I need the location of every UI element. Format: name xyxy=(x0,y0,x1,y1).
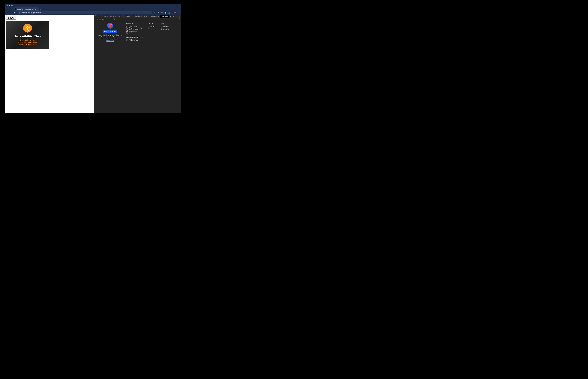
checkbox-icon[interactable] xyxy=(126,32,128,33)
checkbox-icon[interactable] xyxy=(126,27,128,29)
url-text: cdpn.io/pen/debug/mdXNMzQ xyxy=(21,12,41,14)
panel-icon[interactable]: ▣ xyxy=(165,12,167,14)
radio-icon[interactable] xyxy=(161,29,162,30)
mode-navigation[interactable]: Navigation xyxy=(161,25,170,27)
radio-icon[interactable] xyxy=(161,26,162,27)
forward-button[interactable]: → xyxy=(10,12,13,14)
category-seo[interactable]: SEO xyxy=(126,32,144,33)
option-label: Timespan xyxy=(163,27,169,29)
new-tab-button[interactable]: + xyxy=(39,8,42,11)
dropdown-icon[interactable]: ▼ xyxy=(110,19,111,20)
tab-elements[interactable]: Elements xyxy=(101,15,109,18)
option-label: Accessibility xyxy=(129,30,137,32)
toolbar-right: ⊕ ⇧ ☆ ▣ 👤 Error xyxy=(154,12,180,14)
checkbox-icon[interactable] xyxy=(126,29,128,30)
tab-lighthouse[interactable]: Lighthouse xyxy=(160,15,169,18)
chevron-down-icon[interactable]: ⌄ xyxy=(178,4,180,6)
devtools-panel: Elements Console Sources Network Perform… xyxy=(94,15,181,113)
checkbox-icon[interactable] xyxy=(126,26,128,27)
add-report-icon[interactable]: + xyxy=(95,18,96,20)
device-desktop[interactable]: Desktop xyxy=(148,27,156,29)
radio-icon[interactable] xyxy=(148,26,150,27)
category-accessibility[interactable]: Accessibility xyxy=(126,30,144,32)
bookmark-icon[interactable]: ☆ xyxy=(161,12,163,14)
browser-tab[interactable]: ⧉ CodePen - lighthouse demo × xyxy=(14,7,39,11)
card-title: Accessibility Club xyxy=(15,34,41,38)
option-label: Progressive Web App xyxy=(129,27,143,29)
clear-icon[interactable]: ⊘ xyxy=(113,18,115,20)
tab-bar: ⧉ CodePen - lighthouse demo × + xyxy=(5,7,181,11)
option-label: Best practices xyxy=(129,29,138,30)
device-column: Device MobileDesktop xyxy=(148,23,156,41)
plugin-publisher-ads[interactable]: Publisher Ads xyxy=(126,39,144,41)
option-label: Snapshot xyxy=(163,29,169,30)
mode-timespan[interactable]: Timespan xyxy=(161,27,170,29)
lock-icon: 🔒 xyxy=(19,12,21,14)
option-label: Mobile xyxy=(150,25,155,27)
svg-rect-5 xyxy=(109,24,111,25)
category-performance[interactable]: Performance xyxy=(126,25,144,27)
device-header: Device xyxy=(148,23,156,24)
minimize-window-button[interactable] xyxy=(9,5,10,6)
mode-header: Mode xyxy=(161,23,170,24)
lighthouse-description: Identify and fix common problems that af… xyxy=(98,34,122,40)
categories-header: Categories xyxy=(126,23,144,24)
lighthouse-options: Categories PerformanceProgressive Web Ap… xyxy=(126,23,170,41)
learn-more-link[interactable]: Learn more xyxy=(107,40,114,42)
option-label: Navigation xyxy=(163,25,170,27)
traffic-lights xyxy=(6,5,13,6)
close-devtools-icon[interactable]: × xyxy=(178,15,181,18)
tab-performance[interactable]: Performance xyxy=(132,15,143,18)
tab-more[interactable]: » xyxy=(169,15,172,18)
address-bar: ← → ⟳ 🔒 cdpn.io/pen/debug/mdXNMzQ ⊕ ⇧ ☆ … xyxy=(5,11,181,15)
devtools-right-controls: ⚙ ⋮ × xyxy=(172,15,181,18)
card-title-row: Accessibility Club xyxy=(9,34,46,38)
decorative-line xyxy=(42,36,46,36)
report-selector[interactable]: (new report) xyxy=(97,18,105,20)
decorative-line xyxy=(9,36,13,36)
profile-icon[interactable]: 👤 xyxy=(168,12,170,14)
tab-application[interactable]: Application xyxy=(150,15,160,18)
back-button[interactable]: ← xyxy=(6,12,9,14)
titlebar-right: ⌄ xyxy=(178,4,180,6)
category-progressive-web-app[interactable]: Progressive Web App xyxy=(126,27,144,29)
accessibility-card: Accessibility Club Community events arou… xyxy=(6,21,49,49)
mode-snapshot[interactable]: Snapshot xyxy=(161,29,170,30)
lighthouse-logo-icon xyxy=(107,23,113,29)
gear-icon[interactable]: ⚙ xyxy=(172,15,175,18)
radio-icon[interactable] xyxy=(161,27,162,29)
tab-title: CodePen - lighthouse demo xyxy=(17,8,36,10)
analyze-snapshot-button[interactable]: Analyze snapshot xyxy=(103,30,117,33)
tab-console[interactable]: Console xyxy=(109,15,117,18)
tab-sources[interactable]: Sources xyxy=(117,15,124,18)
show-button[interactable]: Show xyxy=(6,16,16,19)
accessibility-icon xyxy=(23,24,32,32)
mode-column: Mode NavigationTimespanSnapshot xyxy=(161,23,170,41)
zoom-icon[interactable]: ⊕ xyxy=(154,12,156,14)
tab-memory[interactable]: Memory xyxy=(143,15,150,18)
option-label: SEO xyxy=(129,32,132,33)
inspect-icon[interactable] xyxy=(94,15,97,18)
devtools-tabs: Elements Console Sources Network Perform… xyxy=(94,15,181,18)
rendered-page: Show Accessibility Club Community events… xyxy=(5,15,94,113)
maximize-window-button[interactable] xyxy=(11,5,13,6)
device-toggle-icon[interactable] xyxy=(97,15,100,18)
lighthouse-settings-icon[interactable]: ⚙ xyxy=(179,18,180,20)
content-area: Show Accessibility Club Community events… xyxy=(5,15,181,113)
checkbox-icon[interactable] xyxy=(126,39,128,41)
device-mobile[interactable]: Mobile xyxy=(148,25,156,27)
close-tab-icon[interactable]: × xyxy=(36,8,38,10)
titlebar: ⌄ xyxy=(5,4,181,7)
radio-icon[interactable] xyxy=(148,27,150,29)
url-field[interactable]: 🔒 cdpn.io/pen/debug/mdXNMzQ xyxy=(18,11,152,14)
category-best-practices[interactable]: Best practices xyxy=(126,29,144,30)
error-pill[interactable]: Error xyxy=(172,12,180,14)
share-icon[interactable]: ⇧ xyxy=(157,12,159,14)
lighthouse-body: Analyze snapshot Identify and fix common… xyxy=(94,21,181,113)
tab-network[interactable]: Network xyxy=(124,15,132,18)
reload-button[interactable]: ⟳ xyxy=(14,12,16,14)
checkbox-icon[interactable] xyxy=(126,30,128,32)
kebab-icon[interactable]: ⋮ xyxy=(175,15,178,18)
close-window-button[interactable] xyxy=(6,5,8,6)
plugins-header: Community Plugins (beta) xyxy=(126,36,144,38)
